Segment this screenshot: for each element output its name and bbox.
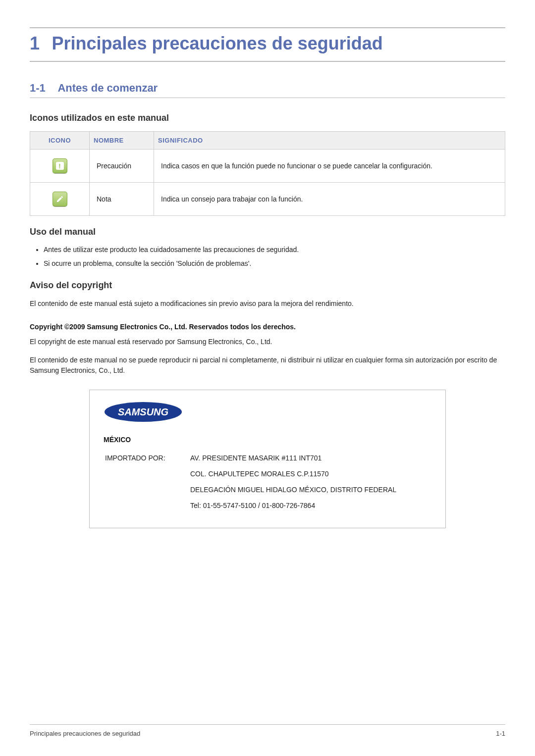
subhead-copyright: Aviso del copyright — [30, 280, 505, 291]
chapter-number: 1 — [30, 33, 50, 54]
copyright-p3: El contenido de este manual no se puede … — [30, 355, 505, 376]
section-heading: 1-1 Antes de comenzar — [30, 82, 505, 98]
th-icon: ICONO — [30, 132, 90, 150]
caution-icon: ! — [53, 158, 67, 173]
row-meaning: Indica casos en que la función puede no … — [154, 150, 505, 183]
row-name: Precaución — [90, 150, 154, 183]
copyright-bold: Copyright ©2009 Samsung Electronics Co.,… — [30, 323, 505, 331]
footer-left: Principales precauciones de seguridad — [30, 730, 140, 737]
importer-table: IMPORTADO POR: AV. PRESIDENTE MASARIK #1… — [104, 450, 398, 514]
samsung-logo-icon: SAMSUNG — [104, 401, 183, 423]
country-label: MÉXICO — [104, 436, 431, 444]
usage-bullets: Antes de utilizar este producto lea cuid… — [44, 245, 505, 268]
copyright-p1: El contenido de este manual está sujeto … — [30, 299, 505, 309]
list-item: Si ocurre un problema, consulte la secci… — [44, 259, 505, 269]
note-icon — [53, 192, 67, 206]
subhead-usage: Uso del manual — [30, 227, 505, 237]
row-name: Nota — [90, 183, 154, 216]
svg-text:SAMSUNG: SAMSUNG — [118, 406, 168, 417]
importer-info-box: SAMSUNG MÉXICO IMPORTADO POR: AV. PRESID… — [89, 390, 446, 528]
import-line: AV. PRESIDENTE MASARIK #111 INT701 — [190, 451, 397, 465]
footer-right: 1-1 — [496, 730, 505, 737]
page-footer: Principales precauciones de seguridad 1-… — [30, 724, 505, 737]
th-meaning: SIGNIFICADO — [154, 132, 505, 150]
import-line: Tel: 01-55-5747-5100 / 01-800-726-7864 — [190, 498, 397, 513]
chapter-title-text: Principales precauciones de seguridad — [52, 33, 382, 53]
table-row: ! Precaución Indica casos en que la func… — [30, 150, 505, 183]
table-row: Nota Indica un consejo para trabajar con… — [30, 183, 505, 216]
icon-meaning-table: ICONO NOMBRE SIGNIFICADO ! Precaución In… — [30, 131, 505, 216]
list-item: Antes de utilizar este producto lea cuid… — [44, 245, 505, 255]
import-line: DELEGACIÓN MIGUEL HIDALGO MÉXICO, DISTRI… — [190, 482, 397, 497]
chapter-heading: 1 Principales precauciones de seguridad — [30, 27, 505, 62]
section-title-text: Antes de comenzar — [57, 82, 158, 94]
row-meaning: Indica un consejo para trabajar con la f… — [154, 183, 505, 216]
subhead-icons: Iconos utilizados en este manual — [30, 113, 505, 123]
section-number: 1-1 — [30, 82, 55, 95]
import-label: IMPORTADO POR: — [105, 451, 189, 465]
copyright-p2: El copyright de este manual está reserva… — [30, 337, 505, 347]
th-name: NOMBRE — [90, 132, 154, 150]
import-line: COL. CHAPULTEPEC MORALES C.P.11570 — [190, 466, 397, 481]
